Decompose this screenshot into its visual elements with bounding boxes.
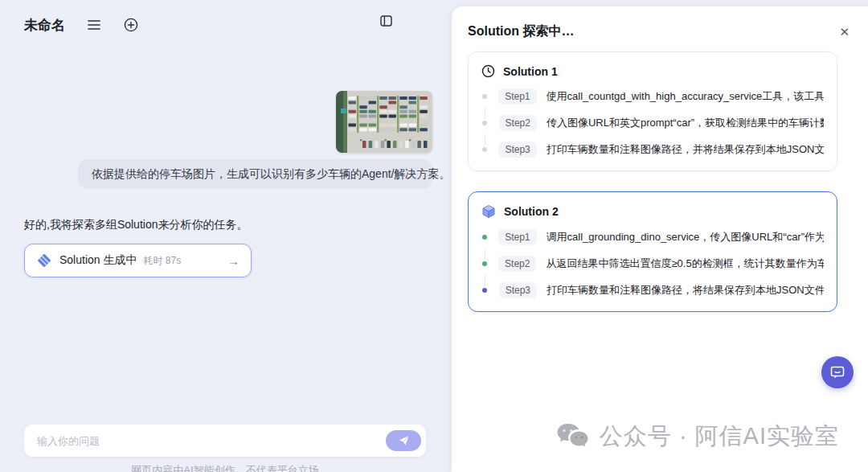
step-row: Step2 传入图像URL和英文prompt“car”，获取检测结果中的车辆计数…	[481, 115, 824, 131]
step-badge: Step1	[498, 229, 536, 245]
step-dot	[482, 147, 487, 152]
solution-status-label: Solution 生成中	[59, 253, 137, 268]
clock-icon	[481, 64, 495, 78]
paper-plane-icon	[398, 435, 410, 446]
step-row: Step2 从返回结果中筛选出置信度≥0.5的检测框，统计其数量作为车辆数。	[481, 256, 824, 272]
step-badge: Step3	[499, 282, 537, 298]
step-dot	[482, 261, 487, 266]
cube-icon	[481, 204, 496, 219]
step-text: 传入图像URL和英文prompt“car”，获取检测结果中的车辆计数。	[547, 116, 824, 130]
panel-header: Solution 探索中… ✕	[468, 21, 852, 42]
watermark-text: 公众号 · 阿信AI实验室	[600, 421, 839, 453]
wechat-icon	[556, 422, 590, 451]
user-message-bubble: 依据提供给的停车场图片，生成可以识别有多少车辆的Agent/解决方案。	[78, 159, 432, 189]
feedback-chat-button[interactable]	[821, 356, 854, 388]
step-dot	[482, 121, 487, 125]
step-badge: Step2	[498, 256, 536, 272]
diamond-icon	[36, 252, 52, 269]
step-dot	[482, 235, 487, 240]
document-title: 未命名	[24, 16, 65, 35]
step-text: 打印车辆数量和注释图像路径，将结果保存到本地JSON文件。	[547, 283, 824, 298]
solution-1-header: Solution 1	[481, 64, 824, 78]
step-row: Step3 打印车辆数量和注释图像路径，将结果保存到本地JSON文件。	[481, 282, 824, 298]
step-text: 从返回结果中筛选出置信度≥0.5的检测框，统计其数量作为车辆数。	[546, 257, 824, 271]
solution-2-card[interactable]: Solution 2 Step1 调用call_grounding_dino_s…	[468, 191, 837, 312]
solution-1-card[interactable]: Solution 1 Step1 使用call_countgd_with_hig…	[468, 51, 837, 171]
step-text: 调用call_grounding_dino_service，传入图像URL和“c…	[547, 230, 824, 244]
solution-2-header: Solution 2	[481, 204, 824, 219]
step-row: Step1 使用call_countgd_with_high_accuracy_…	[481, 88, 824, 105]
chat-input[interactable]	[37, 435, 386, 447]
send-button[interactable]	[386, 430, 421, 451]
user-message-text: 依据提供给的停车场图片，生成可以识别有多少车辆的Agent/解决方案。	[92, 167, 450, 182]
step-row: Step1 调用call_grounding_dino_service，传入图像…	[481, 229, 824, 245]
menu-icon[interactable]	[86, 17, 102, 33]
step-text: 打印车辆数量和注释图像路径，并将结果保存到本地JSON文件。	[547, 142, 824, 157]
step-dot	[482, 94, 487, 99]
step-row: Step3 打印车辆数量和注释图像路径，并将结果保存到本地JSON文件。	[481, 142, 824, 158]
left-header: 未命名	[24, 13, 434, 37]
arrow-right-icon[interactable]: →	[227, 254, 240, 268]
watermark: 公众号 · 阿信AI实验室	[556, 421, 839, 453]
step-badge: Step2	[499, 115, 537, 131]
chat-input-bar	[24, 425, 426, 457]
parking-lot-image[interactable]	[336, 91, 432, 153]
solution-1-title: Solution 1	[503, 65, 558, 78]
solution-2-steps: Step1 调用call_grounding_dino_service，传入图像…	[481, 229, 824, 298]
step-text: 使用call_countgd_with_high_accuracy_servic…	[547, 89, 824, 104]
panel-title: Solution 探索中…	[468, 23, 574, 40]
step-dot	[482, 288, 487, 293]
solution-2-title: Solution 2	[504, 205, 559, 218]
solution-elapsed-time: 耗时 87s	[143, 254, 181, 268]
sidebar-toggle-icon[interactable]	[378, 13, 394, 29]
footer-disclaimer: 网页内容由AI智能创作，不代表平台立场	[0, 463, 450, 472]
step-badge: Step1	[498, 88, 536, 105]
chat-bubble-icon	[830, 366, 845, 380]
solution-1-steps: Step1 使用call_countgd_with_high_accuracy_…	[481, 88, 824, 158]
assistant-message-text: 好的,我将探索多组Solution来分析你的任务。	[24, 218, 248, 232]
new-chat-plus-icon[interactable]	[123, 17, 139, 33]
solution-status-card[interactable]: Solution 生成中 耗时 87s →	[24, 244, 252, 277]
close-icon[interactable]: ✕	[837, 23, 852, 40]
solution-explore-panel: Solution 探索中… ✕ Solution 1 Step1 使用call_…	[452, 6, 868, 472]
step-badge: Step3	[498, 142, 536, 158]
